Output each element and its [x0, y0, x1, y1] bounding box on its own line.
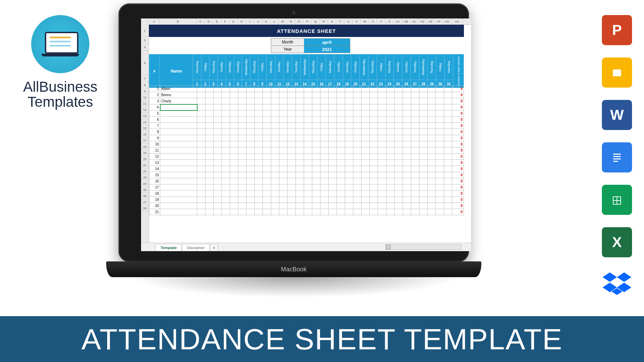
attendance-cell[interactable] — [329, 98, 337, 104]
attendance-cell[interactable] — [378, 92, 386, 98]
attendance-cell[interactable] — [337, 166, 345, 172]
column-header[interactable]: AD — [418, 18, 427, 25]
attendance-cell[interactable] — [288, 178, 296, 184]
attendance-cell[interactable] — [279, 129, 288, 135]
attendance-cell[interactable] — [329, 184, 337, 191]
attendance-cell[interactable] — [353, 135, 362, 141]
attendance-cell[interactable] — [312, 129, 320, 135]
attendance-cell[interactable] — [263, 191, 271, 197]
name-cell[interactable]: Charly — [160, 98, 197, 104]
attendance-cell[interactable] — [214, 172, 222, 178]
attendance-cell[interactable] — [222, 98, 230, 104]
attendance-cell[interactable] — [411, 111, 419, 117]
attendance-cell[interactable] — [304, 135, 312, 141]
attendance-cell[interactable] — [222, 86, 230, 92]
attendance-cell[interactable] — [247, 147, 255, 154]
attendance-cell[interactable] — [419, 209, 427, 215]
attendance-cell[interactable] — [312, 166, 320, 172]
attendance-cell[interactable] — [214, 178, 222, 184]
attendance-cell[interactable] — [444, 172, 452, 178]
attendance-cell[interactable] — [337, 178, 345, 184]
attendance-cell[interactable] — [197, 160, 205, 166]
attendance-cell[interactable] — [427, 203, 435, 209]
attendance-cell[interactable] — [427, 166, 435, 172]
attendance-cell[interactable] — [263, 135, 271, 141]
attendance-cell[interactable] — [247, 123, 255, 129]
attendance-cell[interactable] — [386, 147, 394, 154]
attendance-cell[interactable] — [205, 178, 214, 184]
attendance-cell[interactable] — [238, 166, 247, 172]
attendance-cell[interactable] — [214, 117, 222, 123]
column-header[interactable]: J — [254, 18, 262, 25]
attendance-cell[interactable] — [312, 172, 320, 178]
attendance-cell[interactable] — [230, 209, 238, 215]
attendance-cell[interactable] — [386, 154, 394, 160]
attendance-cell[interactable] — [394, 184, 403, 191]
attendance-cell[interactable] — [411, 166, 419, 172]
attendance-cell[interactable] — [378, 154, 386, 160]
attendance-cell[interactable] — [386, 172, 394, 178]
attendance-cell[interactable] — [247, 197, 255, 203]
attendance-cell[interactable] — [197, 111, 205, 117]
attendance-cell[interactable] — [370, 209, 378, 215]
attendance-cell[interactable] — [279, 160, 288, 166]
attendance-cell[interactable] — [362, 209, 370, 215]
attendance-cell[interactable] — [222, 92, 230, 98]
attendance-cell[interactable] — [247, 86, 255, 92]
attendance-cell[interactable] — [444, 135, 452, 141]
attendance-cell[interactable] — [386, 191, 394, 197]
name-cell[interactable] — [160, 203, 197, 209]
attendance-cell[interactable] — [411, 160, 419, 166]
attendance-cell[interactable] — [238, 178, 247, 184]
horizontal-scrollbar[interactable] — [386, 244, 462, 250]
attendance-cell[interactable] — [230, 184, 238, 191]
attendance-cell[interactable] — [345, 184, 353, 191]
table-row[interactable]: 11 0 — [149, 147, 464, 154]
attendance-cell[interactable] — [271, 98, 279, 104]
attendance-cell[interactable] — [205, 203, 214, 209]
attendance-cell[interactable] — [386, 111, 394, 117]
attendance-cell[interactable] — [362, 160, 370, 166]
attendance-cell[interactable] — [320, 111, 329, 117]
attendance-cell[interactable] — [345, 160, 353, 166]
attendance-cell[interactable] — [255, 191, 263, 197]
attendance-cell[interactable] — [427, 197, 435, 203]
attendance-cell[interactable] — [370, 172, 378, 178]
attendance-cell[interactable] — [353, 178, 362, 184]
attendance-cell[interactable] — [304, 123, 312, 129]
attendance-cell[interactable] — [345, 166, 353, 172]
attendance-cell[interactable] — [362, 123, 370, 129]
attendance-cell[interactable] — [337, 135, 345, 141]
attendance-cell[interactable] — [288, 141, 296, 147]
attendance-cell[interactable] — [435, 117, 444, 123]
attendance-cell[interactable] — [205, 104, 214, 111]
attendance-cell[interactable] — [271, 129, 279, 135]
column-header[interactable]: AG — [443, 18, 451, 25]
attendance-cell[interactable] — [345, 197, 353, 203]
attendance-cell[interactable] — [279, 92, 288, 98]
attendance-cell[interactable] — [386, 92, 394, 98]
attendance-cell[interactable] — [214, 147, 222, 154]
attendance-cell[interactable] — [427, 129, 435, 135]
attendance-cell[interactable] — [411, 123, 419, 129]
attendance-cell[interactable] — [444, 209, 452, 215]
attendance-cell[interactable] — [238, 184, 247, 191]
attendance-cell[interactable] — [222, 166, 230, 172]
year-value[interactable]: 2021 — [304, 46, 350, 53]
attendance-cell[interactable] — [394, 154, 403, 160]
attendance-cell[interactable] — [370, 203, 378, 209]
table-row[interactable]: 7 0 — [149, 123, 464, 129]
attendance-cell[interactable] — [394, 172, 403, 178]
attendance-cell[interactable] — [312, 160, 320, 166]
attendance-cell[interactable] — [197, 172, 205, 178]
attendance-cell[interactable] — [205, 184, 214, 191]
attendance-cell[interactable] — [271, 86, 279, 92]
attendance-cell[interactable] — [386, 129, 394, 135]
column-header[interactable]: T — [336, 18, 344, 25]
attendance-cell[interactable] — [386, 98, 394, 104]
attendance-cell[interactable] — [197, 117, 205, 123]
attendance-cell[interactable] — [403, 129, 411, 135]
attendance-cell[interactable] — [312, 197, 320, 203]
attendance-cell[interactable] — [255, 160, 263, 166]
tab-template[interactable]: Template — [155, 244, 182, 251]
